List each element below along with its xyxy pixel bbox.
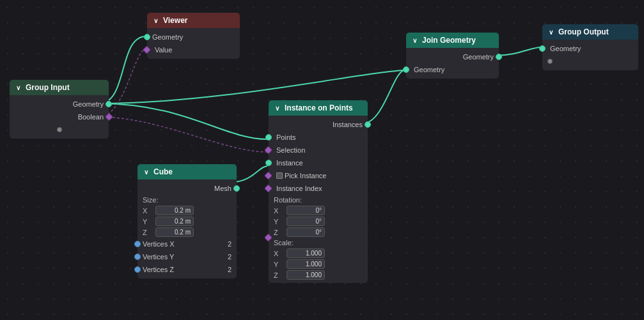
cube-vert-z-val: 2 [228,266,232,273]
iop-scale-x-input[interactable]: 1.000 [287,248,325,258]
iop-pick-instance-label: Pick Instance [276,172,326,179]
jg-geometry-out-label: Geometry [463,53,494,61]
group-output-node: ∨ Group Output Geometry [542,24,638,70]
cube-size-label: Size: [137,195,237,205]
jg-geometry-in-row: Geometry [406,63,499,76]
jg-geometry-out-row: Geometry [406,50,499,63]
iop-rot-x-row: X 0° [269,205,368,216]
iop-points-socket [265,134,272,141]
cube-mesh-row: Mesh [137,182,237,195]
iop-selection-socket [264,146,272,155]
group-input-empty-socket [57,127,62,132]
group-input-geometry-label: Geometry [73,100,104,108]
iop-rot-x-input[interactable]: 0° [287,206,325,215]
viewer-geometry-row: Geometry [147,31,240,43]
viewer-body: Geometry Value [147,28,240,59]
iop-instances-socket [365,121,371,128]
iop-rot-y-row: Y 0° [269,216,368,227]
iop-scale-y-label: Y [274,261,284,268]
cube-size-x-input[interactable]: 0.2 m [155,206,194,215]
cube-size-z-row: Z 0.2 m [137,227,237,238]
go-geometry-socket [539,45,546,52]
cube-vert-y-val: 2 [228,253,232,261]
iop-rotation-label: Rotation: [269,195,368,205]
go-geometry-row: Geometry [542,42,638,55]
cube-z-label: Z [143,229,153,236]
cube-vert-y-socket [134,254,141,260]
iop-instance-index-row: Instance Index [269,182,368,195]
iop-title: Instance on Points [285,103,353,112]
go-body: Geometry [542,40,638,70]
iop-scale-z-input[interactable]: 1.000 [287,270,325,280]
cube-body: Mesh Size: X 0.2 m Y 0.2 m Z 0.2 m Verti… [137,179,237,278]
iop-scale-y-input[interactable]: 1.000 [287,259,325,269]
viewer-geometry-socket [144,34,150,40]
iop-instances-row: Instances [269,118,368,131]
iop-selection-row: Selection [269,144,368,156]
cube-vert-z-label: Vertices Z [143,266,228,273]
cube-vert-x-socket [134,241,141,247]
group-input-node: ∨ Group Input Geometry Boolean [10,80,109,139]
jg-title: Join Geometry [422,36,476,45]
iop-rot-z-row: Z 0° [269,227,368,238]
iop-rot-z-input[interactable]: 0° [287,227,325,237]
group-input-boolean-socket [105,113,113,121]
iop-instance-label: Instance [276,159,303,167]
group-input-geometry-row: Geometry [10,98,109,110]
pick-instance-checkbox[interactable] [276,172,283,179]
iop-pick-instance-row: Pick Instance [269,169,368,182]
go-empty-row [542,55,638,68]
go-empty-socket [547,59,553,64]
viewer-node: ∨ Viewer Geometry Value [147,13,240,59]
cube-vert-x-val: 2 [228,240,232,248]
iop-instances-label: Instances [333,121,363,128]
iop-instance-socket [265,160,272,166]
cube-size-x-row: X 0.2 m [137,205,237,216]
cube-size-y-input[interactable]: 0.2 m [155,217,194,226]
iop-rot-y-input[interactable]: 0° [287,217,325,226]
jg-geometry-out-socket [496,54,502,60]
cube-vert-y-row: Vertices Y 2 [137,250,237,263]
viewer-title: Viewer [163,16,187,25]
iop-rot-z-label: Z [274,229,284,236]
iop-scale-z-row: Z 1.000 [269,270,368,280]
group-output-header: ∨ Group Output [542,24,638,40]
iop-body: Instances Points Selection Instance Pick… [269,116,368,283]
viewer-value-row: Value [147,43,240,56]
group-input-boolean-row: Boolean [10,110,109,123]
group-input-geometry-socket [106,101,112,107]
jg-geometry-in-label: Geometry [414,66,444,73]
iop-scale-x-label: X [274,250,284,257]
cube-mesh-label: Mesh [214,185,232,192]
iop-rot-y-label: Y [274,218,284,225]
go-title: Group Output [558,27,609,36]
iop-points-label: Points [276,133,296,141]
group-input-boolean-label: Boolean [78,113,104,121]
iop-scale-label: Scale: [269,238,368,248]
iop-points-row: Points [269,131,368,144]
viewer-chevron: ∨ [153,17,158,24]
iop-selection-label: Selection [276,146,305,154]
instance-on-points-node: ∨ Instance on Points Instances Points Se… [269,100,368,283]
iop-scale-x-row: X 1.000 [269,248,368,259]
cube-y-label: Y [143,218,153,225]
go-chevron: ∨ [549,29,553,36]
iop-chevron: ∨ [275,105,279,112]
cube-size-z-input[interactable]: 0.2 m [155,227,194,237]
iop-instance-row: Instance [269,156,368,169]
cube-size-y-row: Y 0.2 m [137,216,237,227]
viewer-geometry-label: Geometry [152,33,183,41]
iop-pick-instance-socket [264,172,272,180]
cube-header: ∨ Cube [137,164,237,179]
group-input-chevron: ∨ [16,84,20,91]
group-input-title: Group Input [26,83,70,92]
cube-vert-z-row: Vertices Z 2 [137,263,237,276]
cube-vert-x-row: Vertices X 2 [137,238,237,250]
jg-geometry-in-socket [403,66,409,73]
cube-vert-z-socket [134,266,141,273]
cube-x-label: X [143,207,153,215]
instance-on-points-header: ∨ Instance on Points [269,100,368,116]
iop-instance-index-label: Instance Index [276,185,322,192]
join-geometry-header: ∨ Join Geometry [406,33,499,48]
iop-scale-z-label: Z [274,271,284,279]
